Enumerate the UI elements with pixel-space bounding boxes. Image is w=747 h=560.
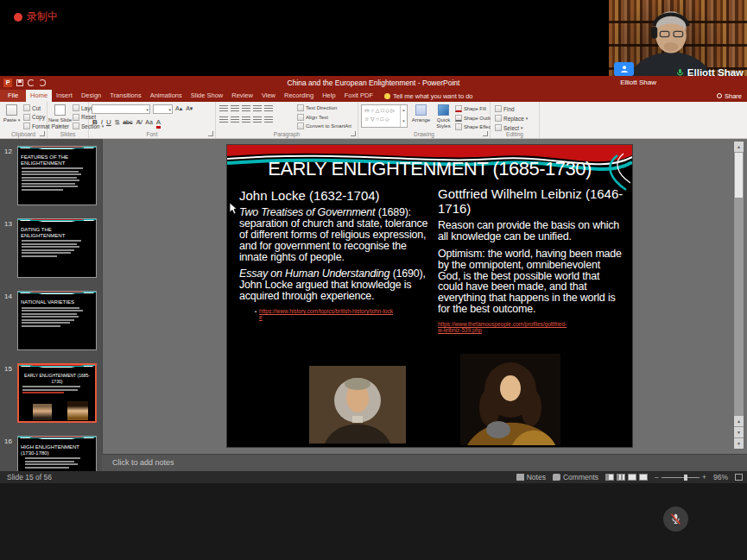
normal-view-icon[interactable]	[605, 474, 614, 481]
slide-number: 13	[4, 220, 12, 228]
zoom-out-button[interactable]: −	[655, 473, 659, 481]
decrease-indent-icon[interactable]	[242, 105, 250, 113]
locke-link[interactable]: https://www.history.com/topics/british-h…	[259, 308, 393, 321]
paste-button[interactable]: Paste ▾	[0, 104, 23, 123]
character-spacing-button[interactable]: AV	[136, 119, 142, 125]
tab-view[interactable]: View	[257, 90, 280, 102]
slide-thumbnail-12[interactable]: 12 FEATURES OF THE ENLIGHTENMENT	[0, 146, 102, 206]
shapes-gallery[interactable]: ▭ ○ △ □ ◇ ▷ ☆ ▽ ○ □ ◇ ▲▼	[361, 104, 408, 128]
account-name[interactable]: Elliott Shaw	[620, 76, 656, 90]
text-shadow-button[interactable]: S	[115, 118, 119, 126]
shape-fill-button[interactable]: Shape Fill	[455, 105, 491, 112]
previous-slide-icon[interactable]: ▲	[734, 416, 744, 426]
locke-text-column[interactable]: John Locke (1632-1704) Two Treatises of …	[239, 188, 431, 321]
numbering-icon[interactable]	[231, 105, 239, 113]
tab-slide-show[interactable]: Slide Show	[187, 90, 228, 102]
columns-icon[interactable]	[264, 116, 273, 124]
leibniz-link[interactable]: https://www.thefamouspeople.com/profiles…	[438, 321, 567, 334]
text-direction-button[interactable]: Text Direction	[297, 104, 351, 111]
justify-icon[interactable]	[253, 116, 262, 124]
align-right-icon[interactable]	[242, 116, 250, 124]
scroll-down-icon[interactable]: ▼	[734, 438, 744, 449]
change-case-button[interactable]: Aa	[145, 119, 153, 125]
slide-thumbnail-15-selected[interactable]: 15 EARLY ENLIGHTENMENT (1685-1730)	[0, 363, 102, 424]
tab-design[interactable]: Design	[77, 90, 105, 102]
drawing-dialog-launcher-icon[interactable]	[483, 131, 488, 136]
tab-animations[interactable]: Animations	[146, 90, 187, 102]
align-center-icon[interactable]	[231, 116, 239, 124]
tab-transitions[interactable]: Transitions	[105, 90, 145, 102]
align-text-button[interactable]: Align Text	[297, 114, 351, 121]
bold-button[interactable]: B	[92, 118, 98, 126]
slide-title[interactable]: EARLY ENLIGHTENMENT (1685-1730)	[227, 158, 632, 180]
next-slide-icon[interactable]: ▼	[734, 427, 744, 437]
convert-smartart-button[interactable]: Convert to SmartArt	[297, 123, 351, 129]
increase-indent-icon[interactable]	[253, 105, 262, 113]
font-name-select[interactable]: ▾	[92, 104, 150, 114]
locke-portrait-image[interactable]	[309, 366, 406, 444]
new-slide-button[interactable]: New Slide ▾	[48, 104, 72, 129]
font-color-button[interactable]: A	[156, 119, 161, 129]
line-spacing-icon[interactable]	[264, 105, 273, 113]
fit-to-window-icon[interactable]	[735, 474, 743, 481]
bullets-icon[interactable]	[219, 105, 228, 113]
quick-styles-icon	[438, 104, 449, 116]
tab-insert[interactable]: Insert	[52, 90, 77, 102]
select-button[interactable]: Select▾	[495, 124, 528, 131]
tab-file[interactable]: File	[0, 90, 26, 102]
font-dialog-launcher-icon[interactable]	[208, 131, 213, 136]
comments-toggle[interactable]: Comments	[553, 473, 598, 481]
shape-outline-icon	[455, 115, 462, 122]
slide-canvas[interactable]: EARLY ENLIGHTENMENT (1685-1730) John Loc…	[227, 145, 632, 447]
shrink-font-icon[interactable]: A▾	[186, 105, 193, 112]
shapes-gallery-scroll[interactable]: ▲▼	[400, 105, 407, 127]
zoom-slider[interactable]	[662, 477, 700, 478]
paragraph-dialog-launcher-icon[interactable]	[351, 131, 356, 136]
shape-fill-icon	[455, 105, 462, 112]
scrollbar-thumb[interactable]	[735, 153, 743, 198]
zoom-level[interactable]: 96%	[713, 473, 728, 481]
font-size-select[interactable]: ▾	[153, 104, 173, 114]
slide-editor-area[interactable]: EARLY ENLIGHTENMENT (1685-1730) John Loc…	[102, 139, 747, 454]
arrange-button[interactable]: Arrange	[409, 104, 433, 123]
slide-thumbnail-16[interactable]: 16 HIGH ENLIGHTENMENT (1730-1780)	[0, 436, 102, 471]
tab-foxit-pdf[interactable]: Foxit PDF	[340, 90, 377, 102]
slide-thumbnail-14[interactable]: 14 NATIONAL VARIETIES	[0, 291, 102, 351]
zoom-slider-thumb[interactable]	[684, 475, 687, 481]
share-button[interactable]: Share	[717, 90, 742, 102]
shape-effects-button[interactable]: Shape Effects	[455, 123, 491, 130]
align-left-icon[interactable]	[219, 116, 228, 124]
notes-toggle[interactable]: Notes	[516, 473, 546, 481]
underline-button[interactable]: U	[106, 118, 111, 126]
grow-font-icon[interactable]: A▴	[175, 105, 182, 112]
italic-button[interactable]: I	[101, 118, 103, 126]
vertical-scrollbar[interactable]: ▲ ▲ ▼ ▼	[733, 141, 744, 450]
slides-group: New Slide ▾ Layout▾ Reset Section▾ Slide…	[47, 102, 89, 138]
mute-button[interactable]	[663, 507, 688, 532]
reading-view-icon[interactable]	[628, 474, 636, 481]
slide-thumbnail-13[interactable]: 13 DATING THE ENLIGHTENMENT	[0, 218, 102, 279]
find-button[interactable]: Find	[495, 105, 528, 112]
leibniz-text-column[interactable]: Gottfried Wilhelm Leibniz (1646-1716) Re…	[438, 186, 624, 334]
thumbnail-portrait-locke	[33, 404, 52, 420]
zoom-in-button[interactable]: +	[702, 473, 706, 481]
webcam-tile[interactable]: Elliott Shaw	[609, 0, 747, 79]
tab-recording[interactable]: Recording	[280, 90, 318, 102]
thumbnail-preview: NATIONAL VARIETIES	[17, 291, 97, 350]
text-direction-label: Text Direction	[306, 105, 337, 110]
clipboard-dialog-launcher-icon[interactable]	[40, 131, 45, 136]
replace-button[interactable]: Replace▾	[495, 115, 528, 122]
scroll-up-icon[interactable]: ▲	[734, 142, 744, 152]
quick-styles-button[interactable]: Quick Styles	[432, 104, 455, 129]
participant-badge[interactable]	[614, 62, 634, 76]
tab-help[interactable]: Help	[318, 90, 339, 102]
notes-pane[interactable]: Click to add notes	[102, 454, 747, 471]
leibniz-portrait-image[interactable]	[460, 354, 560, 445]
tab-home[interactable]: Home	[26, 90, 52, 102]
tell-me-box[interactable]: Tell me what you want to do	[377, 90, 480, 102]
strikethrough-button[interactable]: abc	[123, 119, 132, 125]
shape-outline-button[interactable]: Shape Outline	[455, 115, 491, 122]
tab-review[interactable]: Review	[227, 90, 257, 102]
slideshow-view-icon[interactable]	[639, 474, 648, 481]
slide-sorter-view-icon[interactable]	[617, 474, 625, 481]
